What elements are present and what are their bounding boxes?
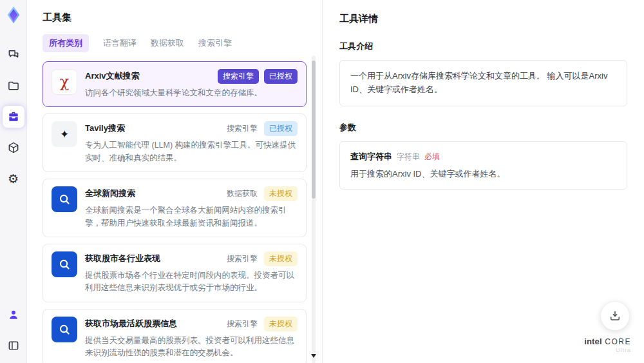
tool-title: 获取市场最活跃股票信息	[85, 317, 177, 329]
sidebar-item-tools[interactable]	[3, 106, 24, 128]
tool-card[interactable]: χ Arxiv文献搜索 搜索引擎 已授权 访问各个研究领域大量科学论文和文章的存…	[43, 61, 307, 107]
tool-category-badge: 搜索引擎	[225, 317, 259, 331]
param-header: 查询字符串 字符串 必填	[350, 151, 616, 162]
tool-category-badge: 搜索引擎	[225, 121, 259, 136]
tool-detail-panel: 工具详情 工具介绍 一个用于从Arxiv存储库搜索科学论文和文章的工具。 输入可…	[322, 0, 644, 363]
tool-body: 获取股市各行业表现 搜索引擎 未授权 提供股票市场各个行业在特定时间段内的表现。…	[85, 251, 298, 295]
param-type: 字符串	[397, 152, 420, 162]
intel-logo-text: intel	[584, 337, 602, 346]
sidebar-item-collapse[interactable]	[3, 335, 24, 357]
tools-panel: 工具集 所有类别 语言翻译 数据获取 搜索引擎 χ Arxiv文献搜索 搜索引擎…	[27, 0, 322, 363]
sidebar-item-settings[interactable]: ⚙	[3, 168, 24, 190]
param-box: 查询字符串 字符串 必填 用于搜索的Arxiv ID、关键字或作者姓名。	[339, 141, 627, 190]
tab-search-engine[interactable]: 搜索引擎	[198, 34, 232, 52]
tool-badges: 搜索引擎 已授权	[218, 69, 298, 84]
sidebar-item-account[interactable]	[3, 304, 24, 326]
app-logo-gem-icon	[4, 5, 23, 25]
tool-icon	[52, 186, 77, 212]
param-desc: 用于搜索的Arxiv ID、关键字或作者姓名。	[350, 168, 616, 180]
ultra-logo-text: Ultra	[584, 348, 631, 354]
tool-title: 获取股市各行业表现	[85, 251, 160, 264]
tool-head: 获取股市各行业表现 搜索引擎 未授权	[85, 251, 298, 266]
tab-language-translation[interactable]: 语言翻译	[103, 34, 137, 52]
sidebar-item-models[interactable]	[3, 137, 24, 159]
tool-body: Arxiv文献搜索 搜索引擎 已授权 访问各个研究领域大量科学论文和文章的存储库…	[85, 69, 298, 99]
tool-head: 获取市场最活跃股票信息 搜索引擎 未授权	[85, 317, 298, 331]
tool-desc: 专为人工智能代理 (LLM) 构建的搜索引擎工具。可快速提供实时、准确和真实的结…	[85, 139, 298, 164]
tool-desc: 提供当天交易量最高的股票列表。投资者可以利用这些信息来识别流动性强的股票和潜在的…	[85, 335, 298, 360]
tool-category-badge: 搜索引擎	[225, 251, 259, 266]
category-tabs: 所有类别 语言翻译 数据获取 搜索引擎	[43, 34, 322, 52]
tool-badges: 数据获取 未授权	[225, 186, 298, 201]
sidebar-item-files[interactable]	[3, 75, 24, 97]
tool-body: Tavily搜索 搜索引擎 已授权 专为人工智能代理 (LLM) 构建的搜索引擎…	[85, 121, 298, 164]
tool-icon	[52, 251, 77, 277]
tool-auth-badge: 已授权	[264, 69, 298, 84]
search-logo-icon	[57, 257, 71, 271]
sidebar-item-chat[interactable]	[3, 44, 24, 66]
tool-auth-badge: 已授权	[264, 121, 298, 136]
tool-desc: 提供股票市场各个行业在特定时间段内的表现。投资者可以利用这些信息来识别表现优于或…	[85, 270, 298, 295]
tool-card[interactable]: 获取市场最活跃股票信息 搜索引擎 未授权 提供当天交易量最高的股票列表。投资者可…	[43, 309, 307, 363]
tool-icon: χ	[52, 69, 77, 95]
arxiv-logo-icon: χ	[60, 74, 70, 90]
cube-icon	[7, 141, 20, 154]
intro-heading: 工具介绍	[339, 41, 627, 52]
panel-toggle-icon	[7, 339, 20, 352]
tool-card[interactable]: ✦ Tavily搜索 搜索引擎 已授权 专为人工智能代理 (LLM) 构建的搜索…	[43, 113, 307, 172]
tool-card[interactable]: 全球新闻搜索 数据获取 未授权 全球新闻搜索是一个聚合全球各大新闻网站内容的搜索…	[43, 179, 307, 237]
intro-text: 一个用于从Arxiv存储库搜索科学论文和文章的工具。 输入可以是Arxiv ID…	[350, 70, 616, 97]
gear-icon: ⚙	[8, 173, 19, 185]
tool-title: 全球新闻搜索	[85, 186, 135, 199]
core-logo-text: core	[605, 337, 631, 346]
tool-badges: 搜索引擎 已授权	[225, 121, 298, 136]
tab-all-categories[interactable]: 所有类别	[43, 34, 89, 52]
tool-icon: ✦	[52, 121, 77, 147]
detail-title: 工具详情	[339, 13, 627, 25]
page-title: 工具集	[43, 12, 322, 24]
tool-badges: 搜索引擎 未授权	[225, 317, 298, 331]
tool-title: Tavily搜索	[85, 121, 125, 134]
tab-data-fetch[interactable]: 数据获取	[151, 34, 184, 52]
folder-icon	[7, 79, 20, 92]
params-heading: 参数	[339, 122, 627, 133]
download-button[interactable]	[600, 301, 630, 331]
toolbox-icon	[7, 110, 20, 123]
tool-body: 全球新闻搜索 数据获取 未授权 全球新闻搜索是一个聚合全球各大新闻网站内容的搜索…	[85, 186, 298, 230]
tool-desc: 全球新闻搜索是一个聚合全球各大新闻网站内容的搜索引擎，帮助用户快速获取全球最新资…	[85, 204, 298, 230]
chat-icon	[7, 48, 20, 61]
tool-title: Arxiv文献搜索	[85, 69, 140, 82]
tool-auth-badge: 未授权	[264, 186, 298, 201]
search-logo-icon	[57, 192, 71, 206]
tool-body: 获取市场最活跃股票信息 搜索引擎 未授权 提供当天交易量最高的股票列表。投资者可…	[85, 317, 298, 360]
tool-desc: 访问各个研究领域大量科学论文和文章的存储库。	[85, 87, 298, 99]
tool-category-badge: 搜索引擎	[218, 69, 259, 84]
tool-auth-badge: 未授权	[264, 317, 298, 331]
param-name: 查询字符串	[350, 151, 392, 162]
tool-head: Arxiv文献搜索 搜索引擎 已授权	[85, 69, 298, 84]
param-required-badge: 必填	[424, 152, 440, 162]
tool-list: χ Arxiv文献搜索 搜索引擎 已授权 访问各个研究领域大量科学论文和文章的存…	[27, 60, 322, 363]
tool-card[interactable]: 获取股市各行业表现 搜索引擎 未授权 提供股票市场各个行业在特定时间段内的表现。…	[43, 244, 307, 302]
tool-category-badge: 数据获取	[225, 186, 259, 201]
tavily-star-icon: ✦	[60, 128, 69, 141]
tool-head: 全球新闻搜索 数据获取 未授权	[85, 186, 298, 201]
scroll-down-arrow-icon[interactable]	[311, 354, 316, 358]
tool-head: Tavily搜索 搜索引擎 已授权	[85, 121, 298, 136]
tool-icon	[52, 317, 77, 342]
tool-badges: 搜索引擎 未授权	[225, 251, 298, 266]
scrollbar-track[interactable]	[312, 55, 316, 363]
intro-box: 一个用于从Arxiv存储库搜索科学论文和文章的工具。 输入可以是Arxiv ID…	[339, 60, 627, 106]
app-window: ⚙ 工具集 所有类别 语言翻译 数据获取 搜索引擎 χ	[0, 0, 644, 363]
scrollbar-thumb[interactable]	[312, 61, 316, 199]
search-logo-icon	[57, 322, 71, 337]
tool-auth-badge: 未授权	[264, 251, 298, 266]
sidebar: ⚙	[0, 0, 27, 363]
intel-core-logo: intel core Ultra	[584, 335, 631, 354]
download-icon	[609, 309, 621, 322]
user-icon	[7, 308, 20, 321]
